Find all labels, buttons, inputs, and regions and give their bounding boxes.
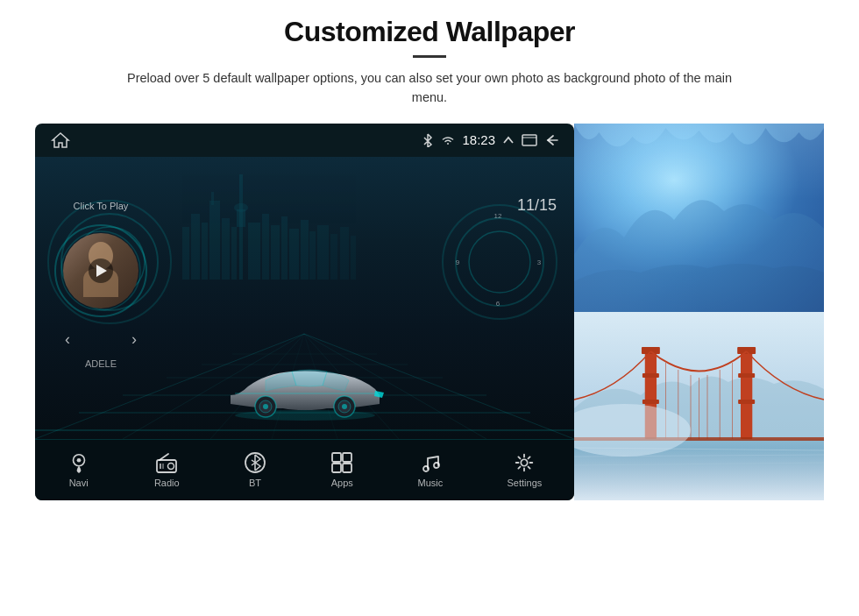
bottom-nav: Navi Radio [35, 439, 574, 500]
settings-label: Settings [508, 478, 543, 488]
svg-rect-69 [343, 453, 351, 462]
music-label: Music [418, 478, 444, 488]
svg-rect-85 [741, 347, 752, 439]
next-button[interactable]: › [131, 330, 137, 349]
svg-point-73 [434, 463, 439, 468]
nav-item-navi[interactable]: Navi [67, 451, 90, 488]
navi-label: Navi [69, 478, 89, 488]
svg-rect-88 [738, 400, 755, 404]
svg-rect-70 [332, 464, 341, 472]
apps-icon [330, 451, 353, 474]
svg-point-55 [342, 404, 347, 409]
click-to-play-label: Click To Play [74, 201, 129, 211]
thumbnails [574, 124, 824, 500]
back-icon [544, 134, 558, 146]
page-subtitle: Preload over 5 default wallpaper options… [114, 68, 745, 108]
ice-texture [574, 124, 824, 312]
thumbnail-bridge [574, 312, 824, 500]
navi-icon [67, 451, 90, 474]
car-background: 12 3 6 9 [35, 157, 574, 439]
prev-button[interactable]: ‹ [65, 330, 70, 349]
svg-point-72 [423, 466, 429, 471]
page-wrapper: Customized Wallpaper Preload over 5 defa… [0, 0, 859, 616]
bt-label: BT [249, 478, 261, 488]
bluetooth-icon [422, 133, 434, 147]
nav-item-bt[interactable]: BT [244, 451, 266, 488]
svg-rect-87 [738, 373, 755, 378]
nav-item-apps[interactable]: Apps [330, 451, 353, 488]
svg-point-64 [168, 464, 174, 470]
svg-point-62 [76, 458, 81, 463]
svg-rect-8 [211, 192, 214, 205]
car-screen: 18:23 [35, 124, 574, 500]
nav-arrows: ‹ › [65, 330, 137, 349]
car-image [222, 347, 388, 421]
svg-text:12: 12 [494, 212, 502, 220]
status-left [51, 131, 70, 149]
settings-icon [513, 451, 536, 474]
status-right: 18:23 [422, 132, 558, 147]
status-time: 18:23 [462, 132, 495, 147]
svg-rect-71 [343, 464, 351, 472]
svg-point-11 [234, 203, 248, 212]
nav-item-radio[interactable]: Radio [154, 451, 180, 488]
bridge-scene [574, 312, 824, 500]
home-icon [51, 131, 70, 149]
nav-item-settings[interactable]: Settings [508, 451, 543, 488]
content-area: 18:23 [35, 124, 824, 500]
date-display: 11/15 [517, 196, 557, 215]
chevron-up-icon [502, 136, 515, 145]
svg-rect-82 [642, 347, 660, 354]
status-bar: 18:23 [35, 124, 574, 157]
play-triangle [96, 265, 107, 277]
wifi-icon [441, 135, 455, 145]
play-button[interactable] [89, 258, 113, 283]
svg-rect-83 [642, 373, 659, 378]
svg-point-74 [522, 460, 528, 466]
bt-icon [244, 451, 266, 474]
page-title: Customized Wallpaper [284, 16, 575, 48]
apps-label: Apps [331, 478, 353, 488]
title-divider [413, 55, 446, 58]
radio-label: Radio [154, 478, 180, 488]
svg-rect-86 [737, 347, 756, 354]
svg-rect-1 [522, 135, 536, 145]
album-art-container[interactable] [53, 223, 149, 319]
svg-rect-84 [642, 400, 659, 404]
thumbnail-ice-cave [574, 124, 824, 312]
music-icon [419, 451, 442, 474]
window-icon [522, 134, 537, 146]
svg-marker-0 [53, 133, 68, 147]
artist-name: ADELE [85, 358, 117, 369]
radio-icon [155, 451, 178, 474]
svg-point-52 [263, 404, 268, 409]
nav-item-music[interactable]: Music [418, 451, 444, 488]
svg-rect-68 [332, 453, 341, 462]
music-player: Click To Play [53, 201, 149, 369]
